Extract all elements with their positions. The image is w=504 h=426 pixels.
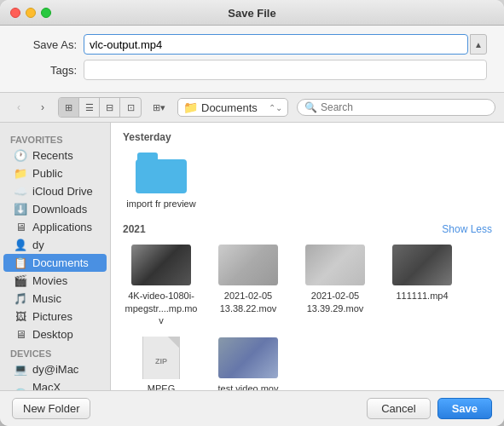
list-item[interactable]: 2021-02-05 13.38.22.mov <box>210 244 287 326</box>
dy-icon: 👤 <box>14 239 27 251</box>
tags-input[interactable] <box>84 60 487 80</box>
video-thumbnail <box>392 245 452 285</box>
location-selector[interactable]: 📁 Documents ⌃⌄ <box>177 98 288 117</box>
forward-button[interactable]: › <box>32 98 53 117</box>
file-label: MPEG zoom.mp4.zip <box>124 383 199 390</box>
sidebar-label-macx: MacX DVD... <box>32 381 96 390</box>
list-item[interactable]: test video.mov <box>210 337 287 390</box>
list-item[interactable]: 111111.mp4 <box>384 244 461 326</box>
sidebar-label-movies: Movies <box>32 274 67 287</box>
video-thumb <box>218 337 278 379</box>
gallery-view-button[interactable]: ⊡ <box>120 98 141 117</box>
form-area: Save As: ▲ Tags: <box>0 26 504 93</box>
column-view-button[interactable]: ⊟ <box>100 98 120 117</box>
sidebar-item-music[interactable]: 🎵 Music <box>3 290 107 308</box>
2021-file-grid: 4K-video-1080i-mpegstr....mp.mov 2021-02… <box>123 244 492 390</box>
list-view-button[interactable]: ☰ <box>79 98 100 117</box>
sidebar-item-desktop[interactable]: 🖥 Desktop <box>3 325 107 343</box>
dialog-title: Save File <box>228 7 275 20</box>
zip-icon: ZIP <box>142 337 180 379</box>
movies-icon: 🎬 <box>14 274 27 287</box>
sidebar-label-downloads: Downloads <box>32 203 87 216</box>
sidebar-item-documents[interactable]: 📋 Documents <box>3 254 107 272</box>
close-button[interactable] <box>10 8 20 18</box>
file-label: 4K-video-1080i-mpegstr....mp.mov <box>124 290 199 326</box>
public-icon: 📁 <box>14 167 27 180</box>
video-thumbnail <box>131 245 191 285</box>
sidebar-label-dy: dy <box>32 239 44 251</box>
sidebar-label-recents: Recents <box>32 149 73 162</box>
bottom-bar: New Folder Cancel Save <box>0 390 504 426</box>
save-as-label: Save As: <box>17 38 77 51</box>
sidebar-item-dy[interactable]: 👤 dy <box>3 236 107 254</box>
view-toggle-group: ⊞ ☰ ⊟ ⊡ <box>58 97 142 118</box>
file-area: Yesterday import fr preview 2021 Show Le… <box>111 123 504 390</box>
save-as-row: Save As: ▲ <box>17 34 487 55</box>
back-button[interactable]: ‹ <box>9 98 29 117</box>
sidebar-label-icloud: iCloud Drive <box>32 185 93 198</box>
zip-thumb: ZIP <box>131 337 191 379</box>
save-as-input[interactable] <box>84 34 468 55</box>
list-item[interactable]: 2021-02-05 13.39.29.mov <box>297 244 374 326</box>
video-thumb <box>218 244 278 286</box>
sidebar-item-applications[interactable]: 🖥 Applications <box>3 218 107 236</box>
sidebar-label-pictures: Pictures <box>32 310 72 323</box>
video-thumb <box>392 244 452 286</box>
list-item[interactable]: 4K-video-1080i-mpegstr....mp.mov <box>123 244 200 326</box>
icon-view-button[interactable]: ⊞ <box>59 98 79 117</box>
title-bar: Save File <box>0 0 504 26</box>
sidebar-item-public[interactable]: 📁 Public <box>3 164 107 182</box>
cancel-button[interactable]: Cancel <box>367 398 430 419</box>
yesterday-title: Yesterday <box>123 131 171 143</box>
video-thumbnail <box>305 245 365 285</box>
icloud-icon: ☁️ <box>14 185 27 198</box>
sidebar-item-movies[interactable]: 🎬 Movies <box>3 272 107 290</box>
location-arrows-icon: ⌃⌄ <box>269 103 282 112</box>
favorites-section-title: Favorites <box>0 133 110 147</box>
tags-label: Tags: <box>17 64 77 77</box>
video-thumb <box>131 244 191 286</box>
2021-title: 2021 <box>123 223 146 235</box>
file-label: import fr preview <box>126 198 195 210</box>
new-folder-button[interactable]: New Folder <box>12 398 90 419</box>
save-file-dialog: Save File Save As: ▲ Tags: ‹ › ⊞ ☰ ⊟ ⊡ ⊞… <box>0 0 504 426</box>
recents-icon: 🕐 <box>14 149 27 162</box>
main-content: Favorites 🕐 Recents 📁 Public ☁️ iCloud D… <box>0 123 504 390</box>
toolbar: ‹ › ⊞ ☰ ⊟ ⊡ ⊞▾ 📁 Documents ⌃⌄ 🔍 <box>0 93 504 123</box>
search-icon: 🔍 <box>304 101 317 113</box>
sort-button[interactable]: ⊞▾ <box>148 98 169 117</box>
show-less-button[interactable]: Show Less <box>442 223 492 235</box>
sidebar-label-music: Music <box>32 292 61 305</box>
file-label: 111111.mp4 <box>396 290 448 302</box>
save-button[interactable]: Save <box>437 398 492 419</box>
music-icon: 🎵 <box>14 292 27 305</box>
minimize-button[interactable] <box>26 8 36 18</box>
sidebar-item-macx[interactable]: 💿 MacX DVD... <box>3 378 107 390</box>
search-input[interactable] <box>321 101 488 113</box>
folder-icon <box>136 153 187 193</box>
video-thumb <box>305 244 365 286</box>
imac-icon: 💻 <box>14 363 27 376</box>
file-label: 2021-02-05 13.39.29.mov <box>298 290 373 314</box>
sidebar-item-icloud[interactable]: ☁️ iCloud Drive <box>3 182 107 200</box>
applications-icon: 🖥 <box>14 221 27 233</box>
sidebar-item-imac[interactable]: 💻 dy@iMac <box>3 360 107 378</box>
tags-row: Tags: <box>17 60 487 80</box>
sidebar: Favorites 🕐 Recents 📁 Public ☁️ iCloud D… <box>0 123 111 390</box>
downloads-icon: ⬇️ <box>14 203 27 216</box>
sidebar-item-downloads[interactable]: ⬇️ Downloads <box>3 200 107 218</box>
sidebar-label-imac: dy@iMac <box>32 363 78 376</box>
devices-section-title: Devices <box>0 347 110 360</box>
2021-section-header: 2021 Show Less <box>123 223 492 235</box>
list-item[interactable]: ZIP MPEG zoom.mp4.zip <box>123 337 200 390</box>
file-label: 2021-02-05 13.38.22.mov <box>211 290 286 314</box>
sidebar-item-recents[interactable]: 🕐 Recents <box>3 147 107 164</box>
location-folder-icon: 📁 <box>183 101 198 114</box>
list-item[interactable]: import fr preview <box>123 152 200 210</box>
search-box: 🔍 <box>297 99 495 116</box>
sidebar-item-pictures[interactable]: 🖼 Pictures <box>3 308 107 325</box>
maximize-button[interactable] <box>41 8 51 18</box>
traffic-lights <box>10 8 51 18</box>
save-as-up-button[interactable]: ▲ <box>470 34 487 55</box>
sidebar-label-public: Public <box>32 167 62 180</box>
